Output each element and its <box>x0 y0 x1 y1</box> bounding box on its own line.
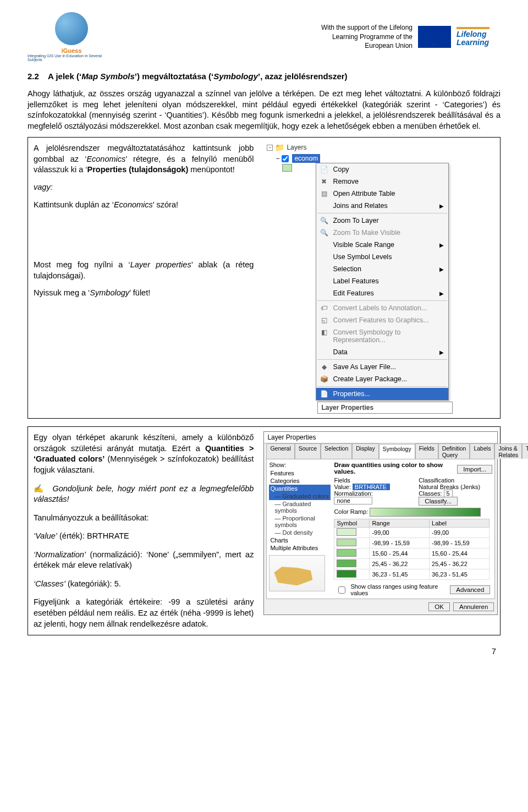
menu-item-zoom-to-make-visible: 🔍Zoom To Make Visible <box>316 227 448 239</box>
table-row[interactable]: 36,23 - 51,4536,23 - 51,45 <box>334 569 489 580</box>
menu-item-save-as-layer-file[interactable]: ◆Save As Layer File... <box>316 361 448 373</box>
menu-separator <box>317 386 447 387</box>
menu-item-selection[interactable]: Selection▶ <box>316 263 448 275</box>
tab-general[interactable]: General <box>266 443 294 459</box>
advanced-button[interactable]: Advanced <box>450 585 490 594</box>
menu-item-convert-symbology-to-representation: ◧Convert Symbology to Representation... <box>316 326 448 346</box>
show-item-categories[interactable]: Categories <box>269 477 331 485</box>
range-cell: -98,99 - 15,59 <box>370 538 430 548</box>
menu-item-label: Use Symbol Levels <box>333 253 392 261</box>
tab-time[interactable]: Time <box>522 443 528 459</box>
menu-item-data[interactable]: Data▶ <box>316 346 448 358</box>
menu-item-label-features[interactable]: Label Features <box>316 275 448 287</box>
menu-item-joins-and-relates[interactable]: Joins and Relates▶ <box>316 200 448 212</box>
intro-paragraph: Ahogy láthatjuk, az összes ország ugyana… <box>28 89 501 131</box>
layers-root[interactable]: − 📁 Layers <box>263 142 500 154</box>
submenu-arrow-icon: ▶ <box>439 266 444 272</box>
menu-item-remove[interactable]: ✖Remove <box>316 175 448 188</box>
table-row[interactable]: -98,99 - 15,59-98,99 - 15,59 <box>334 538 489 548</box>
collapse-icon[interactable]: − <box>267 145 273 151</box>
classes-select[interactable]: 5 <box>444 490 453 497</box>
show-item-features[interactable]: Features <box>269 469 331 477</box>
menu-item-use-symbol-levels[interactable]: Use Symbol Levels <box>316 251 448 263</box>
menu-item-label: Create Layer Package... <box>333 375 407 383</box>
color-ramp[interactable] <box>370 508 481 517</box>
show-item-multiple-attributes[interactable]: Multiple Attributes <box>269 544 331 552</box>
tab-labels[interactable]: Labels <box>470 443 494 459</box>
classify-button[interactable]: Classify... <box>419 497 458 506</box>
menu-item-visible-scale-range[interactable]: Visible Scale Range▶ <box>316 239 448 251</box>
menu-item-label: Copy <box>333 166 349 173</box>
menu-icon: 📦 <box>320 375 328 383</box>
tab-joins-relates[interactable]: Joins & Relates <box>494 443 522 459</box>
box2-screenshot: Layer Properties GeneralSourceSelectionD… <box>259 427 500 635</box>
label-cell: -99,00 <box>430 528 490 538</box>
label-cell: 15,60 - 25,44 <box>430 548 490 559</box>
normalization-field[interactable]: none <box>334 497 372 504</box>
tab-fields[interactable]: Fields <box>415 443 438 459</box>
map-preview <box>269 555 325 591</box>
show-list: Show: FeaturesCategoriesQuantities— Grad… <box>269 462 331 596</box>
class-swatch <box>337 549 356 557</box>
menu-item-label: Edit Features <box>333 289 373 297</box>
menu-separator <box>317 213 447 213</box>
show-item-quantities[interactable]: Quantities <box>269 485 331 492</box>
menu-item-label: Open Attribute Table <box>333 190 395 197</box>
label-cell: 36,23 - 51,45 <box>430 569 490 580</box>
table-header: Symbol <box>334 519 370 528</box>
layers-panel: − 📁 Layers − econom 📄Copy✖Remove▤Open At… <box>263 142 500 414</box>
section-heading: A jelek (‘Map Symbols’) megváltoztatása … <box>48 72 348 81</box>
layer-properties-dialog: Layer Properties GeneralSourceSelectionD… <box>263 431 498 615</box>
menu-item-create-layer-package[interactable]: 📦Create Layer Package... <box>316 373 448 385</box>
show-label: Show: <box>269 462 331 468</box>
class-table: SymbolRangeLabel -99,00-99,00-98,99 - 15… <box>334 519 489 580</box>
class-swatch <box>337 559 356 567</box>
tab-display[interactable]: Display <box>352 443 378 459</box>
show-item-charts[interactable]: Charts <box>269 536 331 544</box>
menu-item-properties[interactable]: 📄Properties... <box>316 388 448 400</box>
table-row[interactable]: -99,00-99,00 <box>334 528 489 538</box>
menu-item-label: Joins and Relates <box>333 202 387 210</box>
menu-item-label: Remove <box>333 178 359 185</box>
label-cell: -98,99 - 15,59 <box>430 538 490 548</box>
menu-item-label: Data <box>333 348 347 356</box>
layer-visibility-checkbox[interactable] <box>282 155 289 162</box>
import-button[interactable]: Import... <box>457 465 492 474</box>
range-cell: 15,60 - 25,44 <box>370 548 430 559</box>
dialog-body: Show: FeaturesCategoriesQuantities— Grad… <box>266 459 495 599</box>
tab-symbology[interactable]: Symbology <box>379 444 415 459</box>
collapse-icon[interactable]: − <box>276 155 279 162</box>
class-swatch <box>337 570 356 578</box>
value-field[interactable]: BRTHRATE <box>353 484 390 490</box>
submenu-arrow-icon: ▶ <box>439 349 444 355</box>
menu-item-edit-features[interactable]: Edit Features▶ <box>316 287 448 299</box>
menu-icon: ◱ <box>320 316 328 325</box>
ok-button[interactable]: OK <box>428 602 450 611</box>
header-right: With the support of the Lifelong Learnin… <box>321 23 501 51</box>
menu-item-convert-features-to-graphics: ◱Convert Features to Graphics... <box>316 314 448 326</box>
tab-source[interactable]: Source <box>295 443 321 459</box>
tab-definition-query[interactable]: Definition Query <box>438 443 470 459</box>
show-item-proportional-symbols[interactable]: — Proportional symbols <box>269 514 331 529</box>
show-ranges-checkbox[interactable] <box>338 586 345 594</box>
tooltip-layer-properties: Layer Properties <box>317 402 453 414</box>
range-cell: 36,23 - 51,45 <box>370 569 430 580</box>
tab-selection[interactable]: Selection <box>321 443 352 459</box>
cancel-button[interactable]: Annuleren <box>453 602 494 611</box>
menu-item-zoom-to-layer[interactable]: 🔍Zoom To Layer <box>316 215 448 227</box>
lifelong-learning-logo: Lifelong Learning <box>457 25 501 49</box>
classification-group: Classification Natural Breaks (Jenks) Cl… <box>419 477 492 506</box>
iguess-logo: iGuess Integrating GIS Use in Education … <box>28 12 116 62</box>
menu-item-copy[interactable]: 📄Copy <box>316 163 448 175</box>
show-item-graduated-symbols[interactable]: — Graduated symbols <box>269 500 331 514</box>
box1-screenshot: − 📁 Layers − econom 📄Copy✖Remove▤Open At… <box>259 138 500 418</box>
table-row[interactable]: 15,60 - 25,4415,60 - 25,44 <box>334 548 489 559</box>
menu-item-label: Convert Features to Graphics... <box>333 316 428 324</box>
menu-item-label: Zoom To Make Visible <box>333 229 400 237</box>
show-item-graduated-colors[interactable]: — Graduated colors <box>269 492 331 500</box>
show-item-dot-density[interactable]: — Dot density <box>269 529 331 536</box>
layer-name[interactable]: econom <box>292 154 320 163</box>
table-row[interactable]: 25,45 - 36,2225,45 - 36,22 <box>334 559 489 569</box>
menu-item-open-attribute-table[interactable]: ▤Open Attribute Table <box>316 188 448 200</box>
menu-item-label: Selection <box>333 265 361 273</box>
